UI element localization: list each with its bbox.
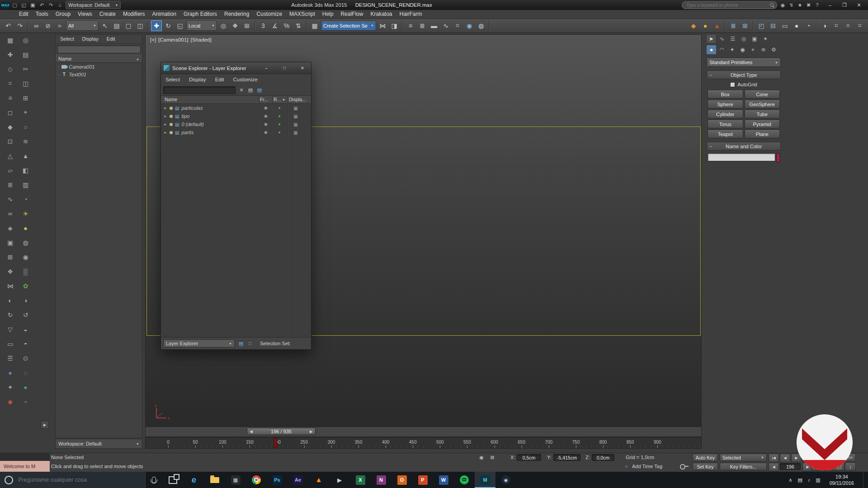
tool-icon[interactable]: ◔ [20,193,31,205]
render-toggle-icon[interactable]: ● [274,106,285,110]
pyramid-button[interactable]: Pyramid [745,120,780,128]
dock-search-input[interactable] [57,45,141,53]
tool-icon[interactable]: ⊡ [5,136,16,147]
krakatoa-plugin-icon[interactable]: ● [700,20,711,31]
viewport-general-menu[interactable]: [+] [150,37,156,42]
primitive-category-select[interactable]: Standard Primitives ▼ [707,58,781,67]
tool-icon[interactable]: ▽ [5,324,16,335]
keyboard-layout-icon[interactable]: ▥ [816,477,820,483]
z-coordinate-field[interactable]: 0,0cm [592,454,614,461]
keyword-search-input[interactable] [685,2,768,8]
display-mode-icon[interactable]: ▤ [246,86,255,94]
tool-icon[interactable]: ◧ [20,164,31,176]
hairfarm-plugin-icon[interactable]: ▲ [712,20,722,31]
viewport-shading-menu[interactable]: [Shaded] [191,37,212,42]
hierarchy-tab-icon[interactable]: ☰ [728,35,737,43]
tool-icon[interactable]: ⋈ [5,280,16,291]
modify-tab-icon[interactable]: ∿ [717,35,726,43]
redo-icon[interactable]: ↷ [14,20,25,31]
column-header-name[interactable]: Name [165,97,177,102]
y-coordinate-field[interactable]: -5,415cm [553,454,580,461]
realflow-plugin-icon[interactable]: ◆ [688,20,699,31]
add-time-tag[interactable]: Add Time Tag [632,464,662,469]
tool-icon[interactable]: ▲ [20,150,31,161]
cameras-category-icon[interactable]: ◉ [738,45,747,54]
display-toggle-icon[interactable]: ▦ [289,114,302,119]
display-toggle-icon[interactable]: ▦ [289,130,302,135]
auto-key-button[interactable]: Auto Key [693,454,718,461]
tool-icon[interactable]: ≋ [20,136,31,147]
network-icon[interactable]: ▤ [797,477,802,483]
vlc-icon[interactable]: ▲ [308,472,329,488]
selection-lock-icon[interactable]: ⊠ [488,454,496,461]
show-desktop-button[interactable] [863,472,866,488]
set-key-mode-icon[interactable] [677,463,689,470]
snapshot-tool-icon[interactable]: ◰ [756,20,767,31]
menu-hairfarm[interactable]: HairFarm [396,10,425,19]
close-button[interactable]: ✕ [297,65,308,72]
file-explorer-icon[interactable] [204,472,225,488]
menu-edit[interactable]: Edit [15,10,32,19]
render-toggle-icon[interactable]: ● [274,114,285,118]
key-filters-button[interactable]: Key Filters... [720,463,767,470]
tool-icon[interactable]: ◐ [5,295,16,306]
tool-icon[interactable]: ≍ [5,208,16,219]
graphite-ribbon-toggle-icon[interactable]: ▬ [429,20,439,31]
edge-icon[interactable]: e [184,472,204,488]
object-type-rollout[interactable]: − Object Type [707,70,781,79]
undo-icon[interactable]: ↶ [3,20,14,31]
sign-in-icon[interactable]: ◉ [778,1,787,9]
tool-icon[interactable]: ↻ [5,309,16,320]
visibility-icon[interactable]: ◦ [58,65,59,69]
dock-tab-display[interactable]: Display [79,35,102,43]
tool-icon[interactable]: ⊞ [20,92,31,103]
shapes-category-icon[interactable]: ◠ [717,45,726,54]
scene-explorer-titlebar[interactable]: Scene Explorer - Layer Explorer –□✕ [161,62,311,74]
spotify-icon[interactable] [454,472,475,488]
explorer-column-header[interactable]: NameFr...R...▲Displa... [161,95,311,104]
use-pivot-point-icon[interactable]: ◎ [218,20,229,31]
menu-tools[interactable]: Tools [32,10,52,19]
dock-name-header[interactable]: Name ▲ [56,55,142,63]
freeze-toggle-icon[interactable]: ✱ [260,130,272,135]
menu-group[interactable]: Group [52,10,74,19]
menu-graph-editors[interactable]: Graph Editors [180,10,221,19]
display-toggle-icon[interactable]: ▦ [289,106,302,111]
tool-icon[interactable]: ◌ [20,367,31,378]
toggle-scene-explorer-icon[interactable]: ≡ [405,20,416,31]
tool-icon[interactable]: ☰ [5,352,16,364]
menu-animation[interactable]: Animation [149,10,180,19]
layers-view-icon[interactable]: ▤ [237,339,245,347]
layer-row[interactable]: ►▤0 (default)✱●▦ [161,120,311,128]
layer-row[interactable]: ►▤particulas✱●▦ [161,104,311,112]
display-tab-icon[interactable]: ▣ [750,35,759,43]
cone-button[interactable]: Cone [745,90,780,99]
select-and-rotate-icon[interactable]: ↻ [163,20,174,31]
office-icon[interactable]: O [392,472,412,488]
sphere-button[interactable]: Sphere [708,100,743,108]
scene-object-row[interactable]: ◦Camera001 [56,63,142,70]
explorer-mode-select[interactable]: Layer Explorer ▼ [163,339,235,347]
explorer-menu-customize[interactable]: Customize [233,77,258,82]
schematic-view-icon[interactable]: ⌗ [452,20,463,31]
expand-arrow-icon[interactable]: ► [164,131,167,135]
autodesk-app-icon[interactable]: ▦ [225,472,246,488]
minimize-button[interactable]: – [260,65,272,72]
freeze-toggle-icon[interactable]: ✱ [260,114,272,119]
menu-maxscript[interactable]: MAXScript [286,10,319,19]
render-shortcut-icon-2[interactable]: ⌗ [843,20,854,31]
tool-icon[interactable]: ◇ [5,63,16,75]
freeze-toggle-icon[interactable]: ✱ [260,106,272,111]
rectangular-selection-region-icon[interactable]: ▢ [123,20,134,31]
tool-icon[interactable]: ≣ [5,179,16,190]
layer-visibility-icon[interactable] [170,115,173,118]
tool-icon[interactable]: ● [5,367,16,378]
task-view-icon[interactable] [169,476,177,484]
tool-icon[interactable]: ▭ [5,338,16,349]
freeze-toggle-icon[interactable]: ✱ [260,122,272,127]
max-logo-icon[interactable]: MAX [2,1,9,9]
systems-category-icon[interactable]: ⚙ [769,45,778,54]
undo-quick-icon[interactable]: ↶ [38,1,46,9]
tool-icon[interactable]: ◍ [20,237,31,248]
explorer-search-input[interactable] [163,86,236,94]
